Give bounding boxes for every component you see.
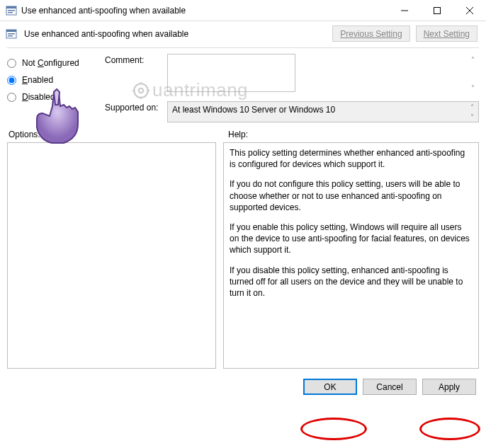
cancel-button[interactable]: Cancel: [363, 379, 417, 395]
radio-enabled-input[interactable]: [7, 76, 16, 85]
titlebar: Use enhanced anti-spoofing when availabl…: [0, 0, 486, 21]
radio-disabled[interactable]: Disabled: [7, 92, 98, 102]
close-button[interactable]: [453, 0, 486, 21]
help-text: If you disable this policy setting, enha…: [230, 265, 473, 299]
help-text: If you do not configure this policy sett…: [230, 178, 473, 213]
scroll-down-icon: ˅: [467, 82, 479, 94]
radio-not-configured-input[interactable]: [7, 59, 16, 68]
app-icon: [6, 5, 17, 16]
help-panel: This policy setting determines whether e…: [223, 142, 479, 369]
annotation-oval-ok: [300, 418, 367, 440]
help-text: If you enable this policy setting, Windo…: [230, 222, 473, 256]
help-label: Help:: [228, 130, 248, 139]
radio-enabled[interactable]: Enabled: [7, 75, 98, 85]
supported-scrollbar[interactable]: ˄ ˅: [466, 102, 478, 122]
comment-label: Comment:: [105, 54, 162, 65]
supported-on-box: At least Windows 10 Server or Windows 10…: [167, 101, 479, 122]
previous-setting-button[interactable]: Previous Setting: [332, 25, 409, 42]
svg-rect-2: [8, 10, 15, 11]
next-setting-button[interactable]: Next Setting: [416, 25, 477, 42]
supported-label: Supported on:: [105, 101, 162, 113]
svg-rect-11: [8, 35, 13, 37]
annotation-oval-apply: [419, 418, 480, 440]
radio-not-configured[interactable]: Not Configured: [7, 58, 98, 68]
options-panel: [7, 142, 216, 369]
supported-on-text: At least Windows 10 Server or Windows 10: [172, 105, 335, 115]
scroll-up-icon: ˄: [467, 54, 479, 66]
scroll-down-icon: ˅: [466, 112, 478, 122]
divider: [7, 47, 479, 48]
comment-scrollbar[interactable]: ˄ ˅: [467, 54, 479, 94]
scroll-up-icon: ˄: [466, 102, 478, 112]
radio-disabled-input[interactable]: [7, 93, 16, 102]
options-label: Options:: [9, 130, 221, 139]
policy-icon: [6, 28, 17, 40]
svg-rect-5: [434, 7, 441, 13]
ok-button[interactable]: OK: [303, 379, 357, 395]
svg-rect-1: [6, 6, 16, 8]
svg-rect-10: [8, 33, 15, 35]
svg-rect-9: [6, 30, 16, 32]
comment-textarea[interactable]: [167, 54, 295, 92]
maximize-button[interactable]: [421, 0, 453, 21]
header: Use enhanced anti-spoofing when availabl…: [0, 21, 486, 46]
help-text: This policy setting determines whether e…: [230, 147, 473, 170]
window-title: Use enhanced anti-spoofing when availabl…: [21, 6, 186, 16]
header-title: Use enhanced anti-spoofing when availabl…: [24, 29, 188, 39]
minimize-button[interactable]: [388, 0, 421, 21]
state-radio-group: Not Configured Enabled Disabled: [7, 54, 98, 122]
footer: OK Cancel Apply: [0, 369, 486, 402]
svg-rect-3: [8, 12, 13, 13]
apply-button[interactable]: Apply: [422, 379, 476, 395]
